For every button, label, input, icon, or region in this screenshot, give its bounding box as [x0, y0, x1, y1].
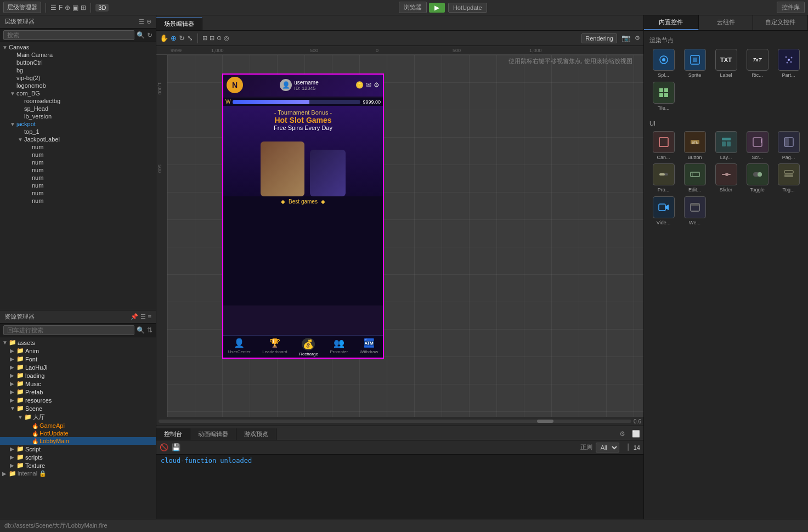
tab-animation[interactable]: 动画编辑器	[190, 428, 236, 440]
play-button[interactable]: ▶	[429, 3, 445, 13]
asset-item-texture[interactable]: ▶ 📁 Texture	[0, 461, 156, 469]
search-icon[interactable]: 🔍	[137, 31, 145, 39]
toolbar-icon-5[interactable]: ⊞	[81, 4, 86, 12]
tree-item-num-1[interactable]: num	[0, 143, 156, 151]
comp-item-toggle[interactable]: Toggle	[743, 163, 771, 193]
assets-search-input[interactable]	[3, 325, 134, 335]
tree-item-top1[interactable]: top_1	[0, 128, 156, 135]
scene-settings-icon[interactable]: ⚙	[635, 35, 640, 42]
assets-sort-icon[interactable]: ⇅	[147, 326, 152, 334]
asset-item-music[interactable]: ▶ 📁 Music	[0, 380, 156, 388]
asset-item-lobbymain[interactable]: 🔥 LobbyMain	[0, 437, 156, 445]
tree-item-combg[interactable]: ▼ com_BG	[0, 89, 156, 97]
asset-item-scene[interactable]: ▼ 📁 Scene	[0, 404, 156, 412]
console-save-icon[interactable]: 💾	[172, 443, 180, 451]
scene-camera-icon[interactable]: 📷	[621, 34, 630, 42]
tab-cloud-components[interactable]: 云组件	[699, 15, 754, 30]
tree-item-roomselectbg[interactable]: roomselectbg	[0, 97, 156, 105]
comp-item-webview[interactable]: We...	[681, 196, 709, 226]
scene-snap-icon[interactable]: ⊞	[202, 35, 207, 42]
toolbar-icon-2[interactable]: F	[59, 4, 63, 12]
scene-rendering-select[interactable]: Rendering	[581, 33, 617, 43]
asset-item-internal[interactable]: ▶ 📁 internal 🔒	[0, 469, 156, 478]
toolbar-icon-1[interactable]: ☰	[50, 4, 56, 12]
asset-item-resources[interactable]: ▶ 📁 resources	[0, 396, 156, 404]
tree-item-sphead[interactable]: sp_Head	[0, 105, 156, 112]
comp-item-layout[interactable]: Lay...	[712, 131, 740, 161]
refresh-icon[interactable]: ↻	[147, 31, 152, 39]
tree-item-num-4[interactable]: num	[0, 166, 156, 174]
scene-scroll-thumb[interactable]	[537, 420, 553, 423]
asset-item-anim[interactable]: ▶ 📁 Anim	[0, 347, 156, 355]
assets-list-icon[interactable]: ≡	[148, 313, 151, 320]
assets-search-icon[interactable]: 🔍	[137, 326, 145, 334]
scene-scroll-track[interactable]	[159, 420, 631, 423]
tab-game-preview[interactable]: 游戏预览	[236, 428, 276, 440]
comp-item-scroll[interactable]: Scr...	[743, 131, 771, 161]
mode-3d-badge[interactable]: 3D	[95, 4, 109, 12]
tab-scene-editor[interactable]: 场景编辑器	[156, 17, 202, 30]
comp-item-progress[interactable]: Pro...	[649, 163, 677, 193]
asset-item-scripts[interactable]: ▶ 📁 scripts	[0, 453, 156, 461]
tree-item-num-3[interactable]: num	[0, 159, 156, 166]
comp-item-label[interactable]: TXT Label	[712, 49, 740, 78]
assets-pin-icon[interactable]: 📌	[131, 313, 138, 320]
tree-item-jackpot[interactable]: ▼ jackpot	[0, 120, 156, 128]
tree-item-bg[interactable]: bg	[0, 66, 156, 74]
asset-item-prefab[interactable]: ▶ 📁 Prefab	[0, 388, 156, 396]
asset-item-hotupdate[interactable]: 🔥 HotUpdate	[0, 429, 156, 437]
tree-item-main-camera[interactable]: Main Camera	[0, 51, 156, 59]
tab-console[interactable]: 控制台	[156, 428, 190, 440]
hierarchy-add-icon[interactable]: ⊕	[146, 18, 151, 25]
asset-item-dating[interactable]: ▼ 📁 大厅	[0, 412, 156, 422]
tree-item-jackpotlabel[interactable]: ▼ JackpotLabel	[0, 135, 156, 143]
scene-tool-hand[interactable]: ✋	[160, 34, 168, 42]
scene-tool-scale[interactable]: ⤡	[187, 34, 193, 42]
comp-item-button[interactable]: BTN Button	[681, 131, 709, 161]
comp-item-rich[interactable]: 7xT Ric...	[743, 49, 771, 78]
comp-item-editbox[interactable]: | Edit...	[681, 163, 709, 193]
comp-item-canvas[interactable]: Can...	[649, 131, 677, 161]
comp-item-page[interactable]: Pag...	[775, 131, 803, 161]
tree-item-buttonctrl[interactable]: buttonCtrl	[0, 59, 156, 66]
scene-viewport[interactable]: 9999 1,000 500 0 500 1,000 1,000 500 使用鼠…	[156, 46, 643, 426]
tree-item-num-6[interactable]: num	[0, 182, 156, 189]
hot-update-btn[interactable]: HotUpdate	[448, 3, 487, 13]
console-expand-icon[interactable]: ⬜	[629, 428, 643, 440]
toolbar-icon-3[interactable]: ⊕	[65, 4, 70, 12]
comp-item-spl[interactable]: Spl...	[649, 49, 677, 78]
tree-item-num-7[interactable]: num	[0, 189, 156, 197]
scene-tool-rotate[interactable]: ↻	[179, 34, 185, 42]
asset-item-gameapi[interactable]: 🔥 GameApi	[0, 422, 156, 429]
scene-tool-move[interactable]: ⊕	[171, 34, 177, 42]
asset-item-font[interactable]: ▶ 📁 Font	[0, 355, 156, 363]
console-clear-icon[interactable]: 🚫	[160, 443, 168, 451]
asset-item-script[interactable]: ▶ 📁 Script	[0, 445, 156, 453]
scene-pivot-icon[interactable]: ◎	[224, 35, 229, 42]
console-filter-select[interactable]: All	[596, 443, 619, 452]
asset-item-loading[interactable]: ▶ 📁 loading	[0, 371, 156, 380]
assets-menu-icon[interactable]: ☰	[140, 313, 146, 320]
toolbar-browser-btn[interactable]: 浏览器	[399, 2, 427, 13]
asset-item-assets[interactable]: ▼ 📁 assets	[0, 338, 156, 347]
comp-item-particle[interactable]: Part...	[775, 49, 803, 78]
component-lib-btn[interactable]: 控件库	[777, 2, 805, 13]
tree-item-logoncmob[interactable]: logoncmob	[0, 82, 156, 89]
comp-item-togglegroup[interactable]: Tog...	[775, 163, 803, 193]
toolbar-icon-4[interactable]: ▣	[72, 4, 78, 12]
scene-grid-icon[interactable]: ⊟	[210, 35, 214, 42]
comp-item-slider[interactable]: Slider	[712, 163, 740, 193]
tree-item-num-5[interactable]: num	[0, 174, 156, 182]
comp-item-video[interactable]: Vide...	[649, 196, 677, 226]
tree-item-canvas[interactable]: ▼ Canvas	[0, 43, 156, 51]
tree-item-num-2[interactable]: num	[0, 151, 156, 159]
console-settings-icon[interactable]: ⚙	[616, 428, 629, 440]
hierarchy-menu-icon[interactable]: ☰	[139, 18, 144, 25]
tab-custom-components[interactable]: 自定义控件	[753, 15, 808, 30]
hierarchy-search-input[interactable]	[3, 30, 134, 40]
tree-item-num-8[interactable]: num	[0, 197, 156, 205]
asset-item-laohuju[interactable]: ▶ 📁 LaoHuJi	[0, 363, 156, 371]
comp-item-tile[interactable]: Tile...	[649, 82, 677, 111]
scene-anchor-icon[interactable]: ⊙	[217, 35, 222, 42]
tree-item-vipbg[interactable]: vip-bg(2)	[0, 74, 156, 82]
